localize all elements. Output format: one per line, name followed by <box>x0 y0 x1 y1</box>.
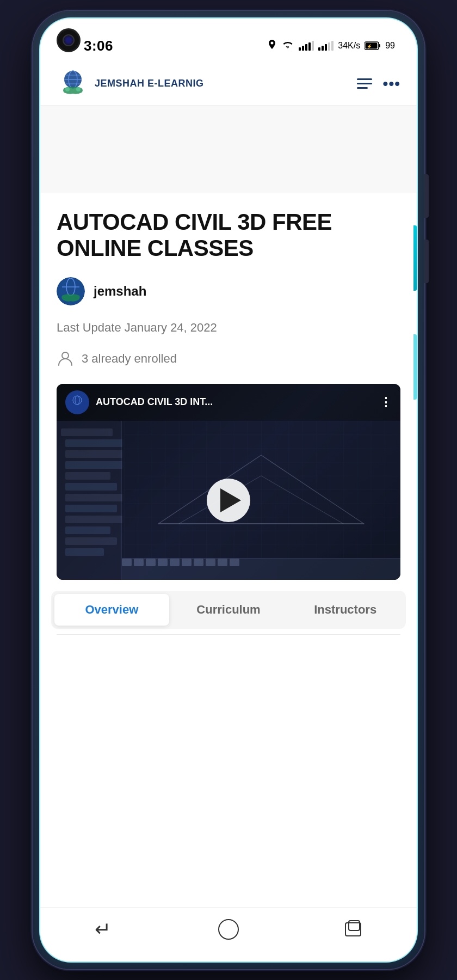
instructor-avatar <box>57 277 85 305</box>
channel-icon <box>65 390 89 414</box>
taskbar-sim <box>122 559 400 566</box>
home-button[interactable] <box>212 913 245 946</box>
video-more-button[interactable]: ⋮ <box>380 395 392 409</box>
instructor-name: jemshah <box>94 284 146 299</box>
svg-rect-2 <box>379 44 380 47</box>
tab-overview[interactable]: Overview <box>54 594 169 626</box>
video-main-area <box>57 421 400 580</box>
enrolled-icon <box>57 350 74 367</box>
svg-text:⚡: ⚡ <box>367 44 372 49</box>
bottom-nav-bar: ↵ <box>40 907 417 961</box>
battery-icon: ⚡ <box>365 41 381 50</box>
avatar-image <box>57 277 85 305</box>
enrolled-count: 3 already enrolled <box>82 352 177 366</box>
svg-point-21 <box>219 920 238 939</box>
video-top-bar: AUTOCAD CIVIL 3D INT... ⋮ <box>57 384 400 421</box>
hero-banner <box>40 106 417 193</box>
last-update: Last Update January 24, 2022 <box>57 321 400 335</box>
signal-bars <box>299 41 314 51</box>
logo-area: JEMSHAH E-LEARNIG <box>57 68 204 100</box>
course-tabs: Overview Curriculum Instructors <box>51 591 406 629</box>
svg-point-15 <box>62 352 69 359</box>
cad-viewport <box>122 421 400 558</box>
svg-point-16 <box>69 394 85 411</box>
home-icon <box>218 918 239 940</box>
cad-bottom-bar <box>122 558 400 580</box>
enrolled-row: 3 already enrolled <box>57 350 400 367</box>
svg-point-9 <box>65 87 70 91</box>
separator <box>57 634 400 635</box>
tab-instructors[interactable]: Instructors <box>288 594 403 626</box>
recents-icon <box>344 920 364 939</box>
svg-rect-19 <box>124 421 398 558</box>
video-background: AUTOCAD CIVIL 3D INT... ⋮ <box>57 384 400 580</box>
channel-logo <box>69 394 85 411</box>
status-icons: 34K/s ⚡ 99 <box>267 40 395 52</box>
instructor-row: jemshah <box>57 277 400 305</box>
wifi-icon <box>281 41 294 51</box>
svg-point-10 <box>76 87 81 91</box>
video-content: AUTOCAD CIVIL 3D INT... ⋮ <box>57 384 400 580</box>
logo-text: JEMSHAH E-LEARNIG <box>95 78 204 90</box>
back-button[interactable]: ↵ <box>87 913 119 946</box>
logo-icon <box>57 68 89 100</box>
signal-bars-2 <box>318 41 334 51</box>
more-options-button[interactable]: ••• <box>383 75 400 93</box>
navbar: JEMSHAH E-LEARNIG ••• <box>40 62 417 106</box>
play-triangle-icon <box>220 488 241 512</box>
course-content: AUTOCAD CIVIL 3D FREE ONLINE CLASSES jem… <box>40 193 417 367</box>
hamburger-menu-button[interactable] <box>357 78 372 89</box>
play-button[interactable] <box>207 479 250 522</box>
status-bar: 3:06 <box>40 19 417 62</box>
svg-rect-22 <box>345 923 361 936</box>
back-icon: ↵ <box>95 918 111 941</box>
camera <box>57 28 81 52</box>
location-icon <box>267 40 277 52</box>
battery-level: 34K/s <box>338 41 360 51</box>
tab-curriculum[interactable]: Curriculum <box>171 594 286 626</box>
battery-percentage: 99 <box>385 41 395 51</box>
cad-sidebar <box>57 421 122 580</box>
recents-button[interactable] <box>338 913 370 946</box>
status-time: 3:06 <box>84 38 113 54</box>
nav-icons[interactable]: ••• <box>357 75 400 93</box>
video-title: AUTOCAD CIVIL 3D INT... <box>96 396 373 408</box>
svg-rect-23 <box>349 921 360 930</box>
video-player[interactable]: AUTOCAD CIVIL 3D INT... ⋮ <box>57 384 400 580</box>
course-title: AUTOCAD CIVIL 3D FREE ONLINE CLASSES <box>57 209 400 262</box>
